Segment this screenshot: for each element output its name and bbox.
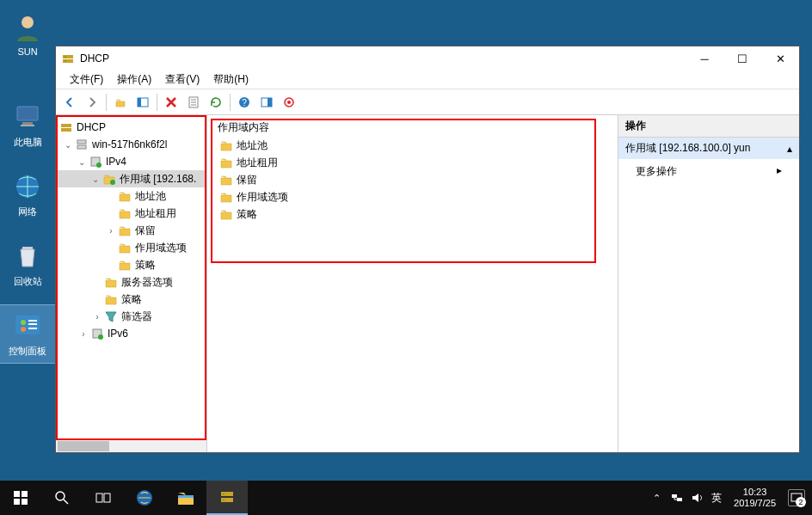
tray-chevron-up-icon[interactable]: ⌃ — [649, 491, 663, 505]
desktop-icon-user[interactable]: SUN — [0, 7, 55, 62]
svg-rect-27 — [77, 140, 86, 144]
menu-action[interactable]: 操作(A) — [110, 71, 158, 89]
taskbar-dhcp[interactable] — [206, 481, 248, 515]
tree-item[interactable]: 作用域选项 — [56, 239, 206, 256]
dhcp-icon — [61, 52, 75, 65]
forward-button[interactable] — [82, 92, 102, 113]
back-button[interactable] — [59, 92, 80, 113]
maximize-button[interactable]: ☐ — [723, 47, 761, 70]
taskbar-ie[interactable] — [124, 481, 165, 515]
tree-ipv6[interactable]: ›IPv6 — [56, 325, 206, 342]
notification-count: 2 — [796, 497, 806, 507]
tree-label: 作用域选项 — [133, 241, 187, 255]
svg-rect-28 — [77, 145, 86, 149]
clock-date: 2019/7/25 — [734, 498, 776, 509]
collapse-icon: ▴ — [787, 143, 792, 155]
refresh-button[interactable] — [206, 92, 226, 113]
svg-rect-1 — [17, 107, 38, 120]
desktop-label: 回收站 — [14, 275, 42, 288]
list-item[interactable]: 地址池 — [214, 137, 611, 154]
list-item[interactable]: 保留 — [214, 171, 611, 188]
svg-point-24 — [287, 101, 291, 104]
tree-server[interactable]: ⌄ win-517h6nk6f2l — [56, 136, 206, 153]
list-item-label: 保留 — [237, 173, 257, 187]
delete-button[interactable] — [161, 92, 181, 113]
notifications-button[interactable]: 2 — [788, 489, 805, 506]
tree-label: 地址池 — [133, 189, 166, 204]
tree-label: IPv6 — [106, 328, 128, 340]
svg-rect-37 — [22, 499, 28, 505]
desktop-label: 网络 — [18, 205, 37, 218]
desktop-icon-recycle[interactable]: 回收站 — [0, 236, 55, 293]
svg-rect-8 — [28, 320, 37, 322]
tree-server-options[interactable]: 服务器选项 — [56, 273, 206, 291]
search-button[interactable] — [41, 481, 83, 515]
network-icon[interactable] — [670, 491, 684, 505]
svg-point-7 — [21, 320, 26, 325]
chevron-right-icon: ▸ — [777, 164, 782, 179]
tree-label: 策略 — [120, 292, 142, 307]
actions-header: 操作 — [618, 115, 799, 138]
actions-more[interactable]: 更多操作 ▸ — [618, 159, 799, 184]
tree-ipv4[interactable]: ⌄ IPv4 — [56, 153, 206, 170]
properties-button[interactable] — [183, 92, 204, 113]
ime-indicator[interactable]: 英 — [711, 491, 722, 506]
minimize-button[interactable]: ─ — [686, 47, 723, 70]
start-button[interactable] — [0, 481, 41, 515]
svg-text:?: ? — [242, 98, 247, 107]
list-item[interactable]: 策略 — [214, 205, 611, 223]
svg-rect-11 — [28, 328, 37, 329]
list-item-label: 策略 — [237, 207, 257, 222]
desktop-label: 控制面板 — [9, 345, 46, 358]
close-button[interactable]: ✕ — [761, 47, 799, 70]
tree-filters[interactable]: ›筛选器 — [56, 308, 206, 325]
chevron-right-icon[interactable]: › — [106, 226, 116, 236]
tree-item[interactable]: ›保留 — [56, 222, 206, 239]
desktop-icon-control-panel[interactable]: 控制面板 — [0, 305, 55, 363]
menu-file[interactable]: 文件(F) — [63, 71, 110, 89]
tree-item[interactable]: 策略 — [56, 256, 206, 273]
chevron-right-icon[interactable]: › — [92, 312, 102, 322]
menu-help[interactable]: 帮助(H) — [206, 71, 255, 89]
tree-label: 策略 — [133, 258, 156, 273]
titlebar[interactable]: DHCP ─ ☐ ✕ — [56, 46, 799, 71]
list-item[interactable]: 作用域选项 — [214, 188, 611, 205]
menubar: 文件(F) 操作(A) 查看(V) 帮助(H) — [56, 71, 799, 89]
volume-icon[interactable] — [691, 491, 704, 505]
tree-scope[interactable]: ⌄ 作用域 [192.168. — [56, 170, 206, 187]
clock[interactable]: 10:23 2019/7/25 — [729, 487, 781, 509]
options-button[interactable] — [256, 92, 277, 113]
desktop-icon-computer[interactable]: 此电脑 — [0, 96, 55, 154]
tree-root[interactable]: DHCP — [56, 119, 206, 136]
up-button[interactable] — [110, 92, 131, 113]
task-view-button[interactable] — [83, 481, 124, 515]
chevron-right-icon[interactable]: › — [78, 329, 89, 339]
chevron-down-icon[interactable]: ⌄ — [90, 175, 101, 184]
tree-item[interactable]: 地址池 — [56, 187, 206, 205]
svg-rect-35 — [22, 491, 28, 497]
list-item[interactable]: 地址租用 — [214, 154, 611, 171]
tree-label: IPv4 — [104, 156, 126, 168]
actions-scope[interactable]: 作用域 [192.168.100.0] yun ▴ — [618, 138, 799, 159]
svg-rect-13 — [63, 59, 73, 63]
tree-label: 筛选器 — [120, 310, 152, 324]
tree-policies[interactable]: 策略 — [56, 291, 206, 308]
tree-scrollbar[interactable] — [56, 440, 206, 452]
help-button[interactable]: ? — [234, 92, 255, 113]
show-hide-button[interactable] — [132, 92, 153, 113]
svg-rect-47 — [672, 494, 677, 498]
chevron-down-icon[interactable]: ⌄ — [77, 157, 87, 167]
tree-item[interactable]: 地址租用 — [56, 205, 206, 222]
svg-point-38 — [56, 492, 65, 500]
tree-label: win-517h6nk6f2l — [90, 138, 167, 150]
svg-rect-17 — [138, 98, 141, 107]
menu-view[interactable]: 查看(V) — [158, 71, 206, 89]
svg-rect-36 — [14, 499, 20, 505]
record-button[interactable] — [279, 92, 299, 113]
taskbar-explorer[interactable] — [165, 481, 206, 515]
desktop-icon-network[interactable]: 网络 — [0, 166, 55, 224]
svg-point-30 — [96, 162, 102, 168]
svg-rect-34 — [14, 491, 20, 497]
actions-more-label: 更多操作 — [636, 164, 677, 179]
chevron-down-icon[interactable]: ⌄ — [63, 140, 73, 150]
